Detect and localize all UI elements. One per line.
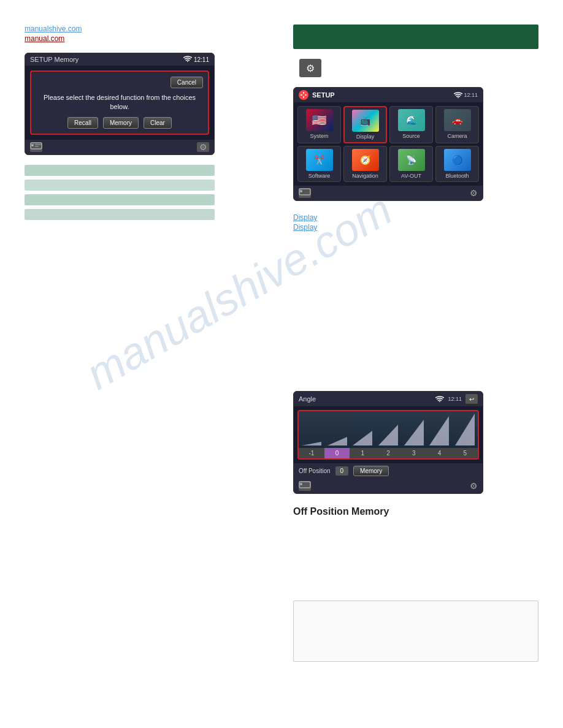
memory-button[interactable]: Memory [103,117,139,129]
right-link-1[interactable]: Display [293,213,538,222]
angle-numbers: -1 0 1 2 3 4 5 [299,448,478,458]
setup-item-avout[interactable]: 📡 AV-OUT [389,146,433,182]
navigation-label: Navigation [352,173,378,179]
navigation-icon: 🧭 [352,149,379,171]
gear-icon-box: ⚙ [299,59,321,77]
angle-topbar: Angle 12:11 ↩ [294,392,483,406]
wifi-time: 12:11 [183,56,209,63]
angle-time: 12:11 [448,396,462,402]
footer-icon-left [30,142,42,152]
system-label: System [310,133,328,139]
angle-5[interactable]: 5 [452,448,478,458]
gear-area: ⚙ [293,59,538,77]
bar-3 [25,194,215,205]
back-button[interactable]: ↩ [465,394,478,404]
screenshot-footer: ⚙ [25,140,214,154]
time-display: 12:11 [194,56,209,63]
setup-item-software[interactable]: ✂️ Software [297,146,341,182]
angle-footer: ⚙ [294,479,483,493]
setup-footer-gear: ⚙ [470,188,478,198]
screenshot-topbar: SETUP Memory 12:11 [25,53,214,66]
right-column: ⚙ SETUP 12:11 🇺🇸 System 📺 Display [293,25,538,522]
angle-1[interactable]: 1 [350,448,375,458]
angle-title: Angle [299,395,316,403]
camera-label: Camera [447,133,467,139]
setup-item-navigation[interactable]: 🧭 Navigation [343,146,387,182]
display-icon: 📺 [352,110,379,132]
bottom-box [293,601,538,662]
angle-screenshot: Angle 12:11 ↩ [293,391,483,494]
angle-visuals [299,411,478,448]
top-links: manualshive.com manual.com [25,25,288,43]
main-link[interactable]: manualshive.com [25,25,288,33]
angle-0[interactable]: 0 [324,448,350,458]
color-bars [25,165,288,220]
setup-time: 12:11 [454,92,478,99]
setup-title: SETUP [312,91,335,99]
svg-point-2 [31,144,34,146]
angle-footer-left [299,481,311,491]
software-icon: ✂️ [306,149,333,171]
dialog-message: Please select the desired function from … [36,93,203,112]
svg-point-0 [187,61,188,63]
cancel-button[interactable]: Cancel [170,77,203,88]
svg-point-6 [439,401,440,403]
angle-col-0 [324,411,350,448]
svg-point-22 [300,483,302,485]
system-icon: 🇺🇸 [306,109,333,131]
angle-4[interactable]: 4 [427,448,453,458]
bluetooth-label: Bluetooth [445,173,469,179]
angle-bottom-bar: Off Position 0 Memory [294,463,483,479]
angle-3[interactable]: 3 [401,448,427,458]
setup-item-bluetooth[interactable]: 🔵 Bluetooth [435,146,479,182]
bar-1 [25,165,215,176]
off-position-value: 0 [335,466,349,476]
display-label: Display [356,134,375,140]
setup-screenshot: SETUP 12:11 🇺🇸 System 📺 Display 🌊 Source [293,87,483,201]
avout-icon: 📡 [398,149,425,171]
software-label: Software [308,173,331,179]
camera-icon: 🚗 [444,109,471,131]
right-link-2[interactable]: Display [293,223,538,232]
setup-footer: ⚙ [294,186,483,200]
footer-icon-right: ⚙ [197,142,209,152]
dialog-actions: Recall Memory Clear [36,117,203,129]
setup-item-source[interactable]: 🌊 Source [389,106,433,143]
off-position-title: Off Position Memory [293,506,538,517]
source-icon: 🌊 [398,109,425,131]
off-position-label: Off Position [299,468,331,474]
screenshot-title: SETUP Memory [30,56,79,63]
clear-button[interactable]: Clear [144,117,172,129]
right-links: Display Display [293,213,538,232]
recall-button[interactable]: Recall [67,117,98,129]
source-label: Source [402,133,420,139]
bar-2 [25,180,215,191]
angle-memory-button[interactable]: Memory [353,466,389,476]
angle-col-4 [427,411,453,448]
screenshot-body: Cancel Please select the desired functio… [25,66,214,140]
angle-selector: -1 0 1 2 3 4 5 [297,410,479,460]
svg-point-3 [458,97,459,99]
avout-label: AV-OUT [401,173,421,179]
sub-link[interactable]: manual.com [25,34,288,43]
angle-2[interactable]: 2 [375,448,401,458]
setup-memory-screenshot: SETUP Memory 12:11 Cancel Please select … [25,53,215,155]
angle-neg1[interactable]: -1 [299,448,324,458]
angle-col-5 [452,411,478,448]
angle-col-3 [401,411,427,448]
setup-grid: 🇺🇸 System 📺 Display 🌊 Source 🚗 Camera ✂️ [294,102,483,186]
setup-item-camera[interactable]: 🚗 Camera [435,106,479,143]
off-position-section: Off Position Memory [293,506,538,517]
angle-footer-gear: ⚙ [470,481,478,491]
dialog-box: Cancel Please select the desired functio… [30,70,209,135]
bluetooth-icon: 🔵 [444,149,471,171]
setup-header-icon [299,90,308,100]
bar-4 [25,209,215,220]
angle-col-2 [375,411,401,448]
dialog-cancel-row: Cancel [36,77,203,88]
setup-header: SETUP 12:11 [294,88,483,102]
setup-item-display[interactable]: 📺 Display [343,106,387,143]
setup-item-system[interactable]: 🇺🇸 System [297,106,341,143]
angle-col-neg1 [299,411,324,448]
setup-footer-left [299,188,311,198]
